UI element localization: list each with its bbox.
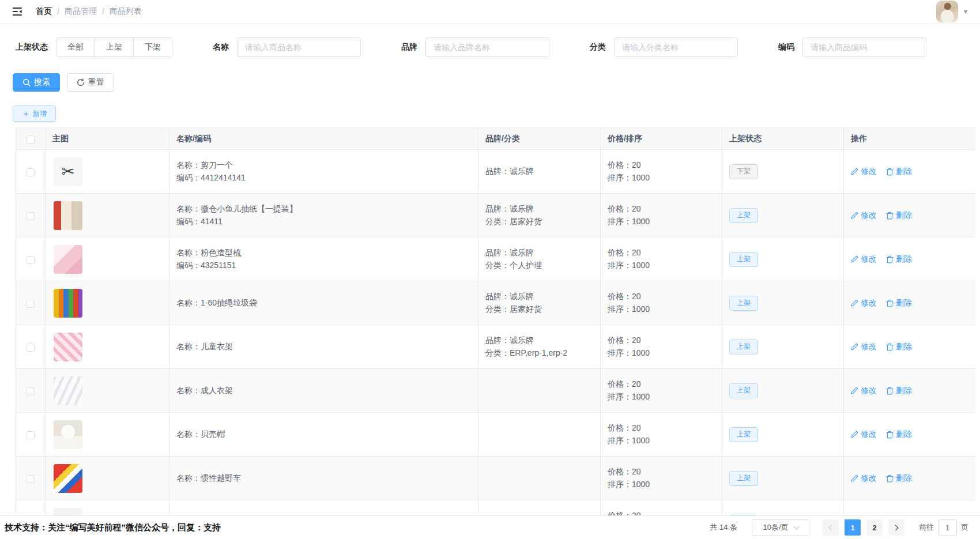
price-label: 价格： [608, 160, 632, 169]
edit-icon [851, 255, 858, 263]
product-price: 20 [632, 511, 641, 515]
goto-page-input[interactable] [938, 519, 957, 536]
product-name: 徽仓小鱼儿抽纸【一提装】 [201, 204, 297, 213]
sort-label: 排序： [608, 217, 632, 226]
search-button[interactable]: 搜索 [13, 73, 60, 92]
status-badge[interactable]: 上架 [729, 296, 758, 311]
table-row: 名称：贝壳帽价格：20排序：1000上架修改删除 [16, 413, 976, 457]
select-all-checkbox[interactable] [27, 135, 35, 144]
breadcrumb-separator: / [57, 7, 59, 16]
edit-button[interactable]: 修改 [851, 429, 877, 440]
status-badge[interactable]: 下架 [729, 164, 758, 179]
delete-icon [886, 168, 894, 176]
product-brand: 诚乐牌 [510, 336, 534, 345]
table-toolbar: ＋ 新增 [13, 105, 980, 122]
category-filter-label: 分类 [590, 42, 606, 52]
product-name: 粉色造型梳 [201, 248, 241, 257]
row-checkbox[interactable] [27, 431, 35, 439]
edit-button[interactable]: 修改 [851, 254, 877, 265]
delete-button[interactable]: 删除 [886, 210, 912, 221]
price-label: 价格： [608, 467, 632, 476]
add-button[interactable]: ＋ 新增 [13, 105, 56, 122]
edit-icon [851, 431, 858, 438]
breadcrumb-product-management[interactable]: 商品管理 [65, 6, 97, 17]
page-button-1[interactable]: 1 [845, 519, 861, 536]
category-filter-input[interactable] [614, 37, 738, 57]
table-row: 名称：1-60抽绳垃圾袋品牌：诚乐牌分类：居家好货价格：20排序：1000上架修… [16, 281, 976, 325]
delete-icon [886, 474, 894, 483]
row-checkbox[interactable] [27, 168, 35, 176]
status-option-all[interactable]: 全部 [56, 37, 95, 57]
product-sort: 1000 [632, 261, 650, 270]
delete-button[interactable]: 删除 [886, 386, 912, 396]
edit-button[interactable]: 修改 [851, 298, 877, 308]
name-filter-input[interactable] [237, 37, 361, 57]
edit-button[interactable]: 修改 [851, 473, 877, 484]
row-checkbox[interactable] [27, 344, 35, 352]
edit-button[interactable]: 修改 [851, 342, 877, 352]
code-filter-input[interactable] [802, 37, 926, 57]
status-option-on[interactable]: 上架 [95, 37, 134, 57]
breadcrumb-home[interactable]: 首页 [36, 6, 52, 17]
row-checkbox[interactable] [27, 256, 35, 264]
product-category: 个人护理 [510, 261, 542, 270]
product-price: 20 [632, 160, 641, 169]
filter-bar: 上架状态 全部 上架 下架 名称 品牌 分类 编码 [16, 37, 980, 57]
code-label: 编码： [176, 173, 201, 182]
status-badge[interactable]: 上架 [729, 208, 758, 223]
sort-label: 排序： [608, 304, 632, 314]
edit-button[interactable]: 修改 [851, 386, 877, 396]
row-checkbox[interactable] [27, 300, 35, 308]
delete-button[interactable]: 删除 [886, 473, 912, 484]
product-sort: 1000 [632, 304, 650, 314]
user-menu[interactable]: ▾ [936, 1, 967, 22]
category-label: 分类： [485, 304, 510, 314]
product-price: 20 [632, 467, 641, 476]
page-size-select[interactable]: 10条/页 [752, 519, 809, 536]
reset-button[interactable]: 重置 [67, 73, 114, 92]
row-checkbox[interactable] [27, 475, 35, 483]
product-price: 20 [632, 336, 641, 345]
product-price: 20 [632, 379, 641, 389]
prev-page-button[interactable] [823, 519, 839, 536]
table-row: 价格：20排序：1000上架修改删除 [16, 500, 976, 516]
brand-filter-input[interactable] [425, 37, 549, 57]
brand-filter-label: 品牌 [401, 42, 417, 52]
brand-label: 品牌： [485, 292, 510, 301]
product-brand: 诚乐牌 [510, 204, 534, 213]
product-sort: 1000 [632, 436, 650, 445]
delete-button[interactable]: 删除 [886, 342, 912, 352]
delete-button[interactable]: 删除 [886, 254, 912, 265]
header-price-sort: 价格/排序 [601, 128, 722, 150]
total-count: 共 14 条 [710, 522, 737, 533]
product-sort: 1000 [632, 217, 650, 226]
status-option-off[interactable]: 下架 [134, 37, 172, 57]
status-badge[interactable]: 上架 [729, 471, 758, 486]
row-checkbox[interactable] [27, 212, 35, 220]
name-label: 名称： [176, 248, 201, 257]
product-code: 41411 [201, 217, 223, 226]
delete-icon [886, 431, 894, 439]
status-badge[interactable]: 上架 [729, 383, 758, 398]
page-button-2[interactable]: 2 [866, 519, 883, 536]
user-avatar[interactable] [936, 1, 958, 22]
delete-button[interactable]: 删除 [886, 298, 912, 308]
row-checkbox[interactable] [27, 387, 35, 395]
product-image-kids-hangers [54, 333, 82, 361]
edit-button[interactable]: 修改 [851, 210, 877, 221]
product-price: 20 [632, 248, 641, 257]
product-table-body: 名称：剪刀一个编码：4412414141品牌：诚乐牌价格：20排序：1000下架… [16, 150, 976, 516]
collapse-menu-icon[interactable] [10, 5, 24, 18]
product-sort: 1000 [632, 392, 650, 401]
product-brand: 诚乐牌 [510, 167, 534, 176]
header-main-image: 主图 [46, 128, 169, 150]
status-badge[interactable]: 上架 [729, 252, 758, 267]
delete-button[interactable]: 删除 [886, 167, 912, 177]
product-name: 1-60抽绳垃圾袋 [201, 298, 257, 307]
status-badge[interactable]: 上架 [729, 340, 758, 355]
next-page-button[interactable] [888, 519, 904, 536]
product-name: 儿童衣架 [201, 342, 233, 351]
delete-button[interactable]: 删除 [886, 429, 912, 440]
status-badge[interactable]: 上架 [729, 427, 758, 442]
edit-button[interactable]: 修改 [851, 167, 877, 177]
